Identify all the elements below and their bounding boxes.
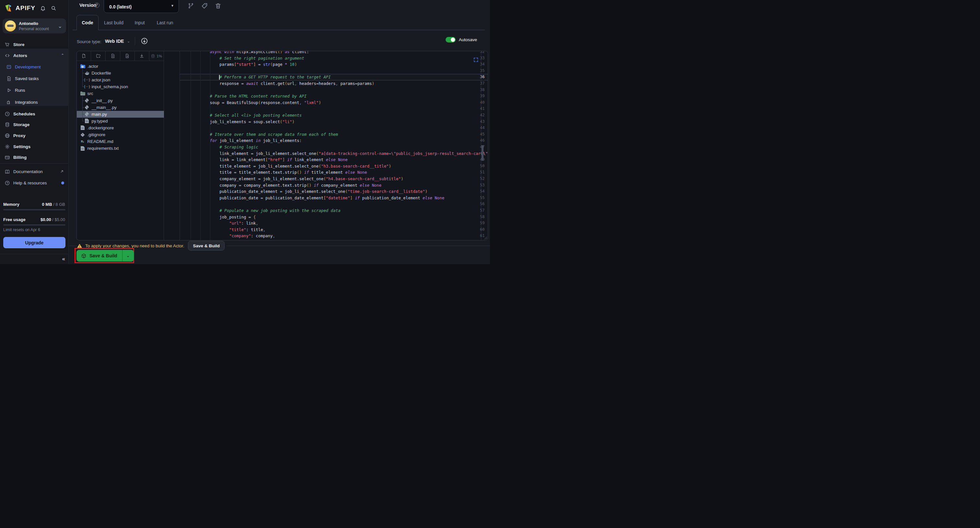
- billing-card-icon: [5, 154, 10, 160]
- sidebar-item-runs[interactable]: Runs: [0, 86, 69, 95]
- resize-handle[interactable]: [484, 236, 487, 240]
- code-line-55[interactable]: publication_date = publication_date_elem…: [181, 195, 444, 201]
- move-file-button[interactable]: [120, 51, 135, 60]
- tree-item-src[interactable]: src: [77, 90, 164, 97]
- tree-item--actor[interactable]: .actor: [77, 63, 164, 70]
- upgrade-button[interactable]: Upgrade: [3, 237, 65, 248]
- sidebar-item-development[interactable]: Development: [0, 62, 69, 71]
- code-line-40[interactable]: soup = BeautifulSoup(response.content, "…: [181, 100, 321, 106]
- tab-input[interactable]: Input: [132, 15, 147, 30]
- code-line-36[interactable]: # Perform a GET HTTP request to the targ…: [181, 74, 331, 80]
- tree-item-requirements-txt[interactable]: requirements.txt: [77, 145, 164, 152]
- sidebar-item-integrations[interactable]: Integrations: [0, 97, 69, 107]
- file-icon: [80, 126, 85, 130]
- tree-item-readme-md[interactable]: M↓README.md: [77, 138, 164, 145]
- code-line-32[interactable]: async with httpx.AsyncClient() as client…: [181, 51, 309, 55]
- code-line-52[interactable]: company_element = job_li_element.select_…: [181, 176, 403, 182]
- tree-item--gitignore[interactable]: .gitignore: [77, 131, 164, 138]
- sidebar-item-store[interactable]: Store: [0, 40, 69, 49]
- line-number: 57: [475, 207, 488, 214]
- notifications-bell-icon[interactable]: [40, 5, 46, 11]
- code-line-46[interactable]: for job_li_element in job_li_elements:: [181, 137, 302, 144]
- help-question-icon: [5, 180, 10, 186]
- tree-item-input-schema-json[interactable]: {··}input_schema.json: [77, 83, 164, 90]
- tree-item-main-py[interactable]: main.py: [77, 111, 164, 118]
- scrollbar-thumb[interactable]: [482, 145, 484, 161]
- sidebar-item-saved-tasks[interactable]: Saved tasks: [0, 74, 69, 83]
- file-name: Dockerfile: [92, 71, 111, 76]
- warning-text: To apply your changes, you need to build…: [85, 243, 184, 248]
- code-line-53[interactable]: company = company_element.text.strip() i…: [181, 182, 382, 189]
- download-files-button[interactable]: [135, 51, 150, 60]
- sidebar-item-billing[interactable]: Billing: [0, 153, 69, 162]
- code-line-50[interactable]: title_element = job_li_element.select_on…: [181, 163, 391, 170]
- source-type-select[interactable]: Web IDE: [105, 38, 124, 44]
- file-icon: [80, 146, 85, 151]
- sidebar-item-settings[interactable]: Settings: [0, 142, 69, 151]
- folder-actor-icon: [80, 64, 85, 69]
- sidebar-item-documentation[interactable]: Documentation: [0, 167, 69, 176]
- sidebar-item-actors[interactable]: Actors ⌃: [0, 51, 69, 60]
- delete-version-icon[interactable]: [215, 2, 222, 10]
- save-build-split-button[interactable]: Save & Build ⌄: [76, 250, 134, 262]
- main-content: Version ? 0.0 (latest) ▼ Code Last build…: [69, 0, 490, 264]
- file-explorer: 1% .actorDockerfile{··}actor.json{··}inp…: [77, 51, 164, 240]
- code-line-42[interactable]: # Select all <li> job posting elements: [181, 112, 302, 119]
- code-line-51[interactable]: title = title_element.text.strip() if ti…: [181, 169, 367, 176]
- collapse-sidebar-icon[interactable]: «: [62, 256, 65, 262]
- code-line-34[interactable]: params["start"] = str(page * 10): [181, 61, 297, 68]
- account-switcher[interactable]: Antonello Personal account ⌄: [3, 19, 66, 33]
- code-line-48[interactable]: link_element = job_li_element.select_one…: [181, 150, 488, 157]
- code-line-60[interactable]: "title": title,: [181, 227, 266, 233]
- version-help-icon[interactable]: ?: [94, 3, 100, 8]
- version-select[interactable]: 0.0 (latest) ▼: [104, 0, 179, 13]
- notification-dot: [61, 181, 64, 184]
- line-number: 37: [475, 80, 488, 87]
- new-folder-button[interactable]: [91, 51, 106, 60]
- tree-item-py-typed[interactable]: py.typed: [77, 118, 164, 124]
- upload-file-button[interactable]: [106, 51, 120, 60]
- tag-version-icon[interactable]: [201, 2, 208, 10]
- logo-text[interactable]: APIFY: [16, 5, 35, 12]
- save-build-main[interactable]: Save & Build: [76, 250, 122, 262]
- apify-logo-icon[interactable]: [5, 4, 13, 13]
- tree-item--main-py[interactable]: __main__.py: [77, 104, 164, 111]
- code-line-39[interactable]: # Parse the HTML content returned by API: [181, 93, 307, 100]
- tab-last-build[interactable]: Last build: [102, 15, 126, 30]
- fullscreen-expand-icon[interactable]: [473, 57, 479, 62]
- fork-version-icon[interactable]: [187, 2, 194, 10]
- new-file-button[interactable]: [77, 51, 91, 60]
- source-type-label: Source type:: [77, 39, 102, 44]
- code-line-61[interactable]: "company": company,: [181, 233, 275, 239]
- save-build-chip-button[interactable]: Save & Build: [188, 241, 224, 251]
- code-line-49[interactable]: link = link_element["href"] if link_elem…: [181, 157, 348, 163]
- sidebar-item-help-resources[interactable]: Help & resources: [0, 178, 69, 187]
- sidebar-item-storage[interactable]: Storage: [0, 120, 69, 129]
- usage-percent: 1%: [156, 54, 162, 58]
- tab-code[interactable]: Code: [76, 15, 99, 30]
- code-line-59[interactable]: "url": link,: [181, 220, 258, 227]
- tree-item-dockerfile[interactable]: Dockerfile: [77, 70, 164, 76]
- sidebar-item-schedules[interactable]: Schedules: [0, 109, 69, 118]
- search-icon[interactable]: [51, 5, 56, 11]
- code-line-43[interactable]: job_li_elements = soup.select("li"): [181, 119, 294, 125]
- tree-item-actor-json[interactable]: {··}actor.json: [77, 76, 164, 83]
- code-line-33[interactable]: # Set the right pagination argument: [181, 55, 304, 62]
- saved-tasks-icon: [6, 76, 12, 81]
- code-line-37[interactable]: response = await client.get(url, headers…: [181, 80, 374, 87]
- code-line-58[interactable]: job_posting = {: [181, 214, 256, 220]
- code-line-57[interactable]: # Populate a new job posting with the sc…: [181, 207, 340, 214]
- divider: [0, 254, 69, 254]
- sidebar-item-proxy[interactable]: Proxy: [0, 131, 69, 140]
- code-editor[interactable]: 3233343536373839404142434445464748495051…: [164, 51, 488, 240]
- autosave-toggle[interactable]: Autosave: [445, 37, 477, 43]
- download-source-icon[interactable]: [141, 37, 148, 45]
- code-line-47[interactable]: # Scraping logic: [181, 144, 258, 150]
- code-line-54[interactable]: publication_date_element = job_li_elemen…: [181, 188, 428, 195]
- build-warning: To apply your changes, you need to build…: [77, 240, 226, 251]
- tree-item--init-py[interactable]: __init__.py: [77, 97, 164, 104]
- code-line-45[interactable]: # Iterate over them and scrape data from…: [181, 131, 338, 138]
- tab-last-run[interactable]: Last run: [155, 15, 175, 30]
- tree-item--dockerignore[interactable]: .dockerignore: [77, 124, 164, 131]
- save-build-dropdown[interactable]: ⌄: [123, 250, 134, 262]
